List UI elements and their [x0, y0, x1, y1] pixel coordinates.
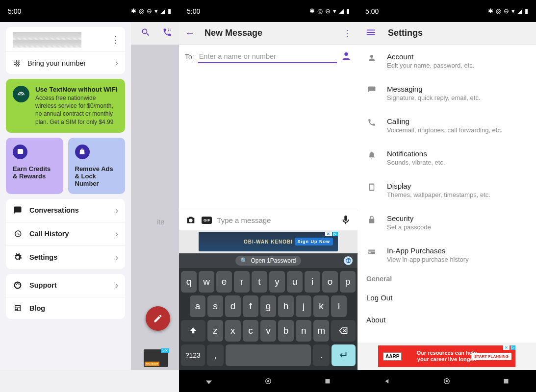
key-m[interactable]: m	[313, 320, 329, 342]
nav-bar	[357, 370, 536, 392]
gif-icon[interactable]: GIF	[202, 217, 212, 224]
clock: 5:00	[8, 7, 21, 15]
status-icons: ✱ ◎ ⊖ ▾ ◢ ▮	[309, 7, 350, 15]
earn-credits-card[interactable]: Earn Credits & Rewards	[6, 138, 63, 194]
battery-icon: ▮	[346, 7, 350, 15]
1password-icon[interactable]: ⓵	[344, 256, 353, 265]
clock: 5:00	[365, 7, 379, 15]
ad-text: OBI-WAN KENOBI	[244, 239, 293, 245]
key-w[interactable]: w	[199, 271, 214, 293]
ad-tag-icon: ▷	[510, 345, 515, 350]
key-a[interactable]: a	[190, 295, 205, 317]
key-j[interactable]: j	[296, 295, 311, 317]
profile-info-obscured	[13, 32, 81, 48]
menu-support[interactable]: Support ›	[6, 274, 125, 297]
key-q[interactable]: q	[181, 271, 197, 293]
backspace-key[interactable]	[331, 320, 356, 342]
settings-item-icon	[366, 117, 377, 127]
key-x[interactable]: x	[225, 320, 241, 342]
menu-conversations[interactable]: Conversations ›	[6, 199, 125, 222]
mic-icon[interactable]	[340, 214, 352, 226]
key-t[interactable]: t	[252, 271, 267, 293]
nav-back[interactable]	[373, 377, 402, 386]
key-e[interactable]: e	[216, 271, 232, 293]
key-l[interactable]: l	[331, 295, 347, 317]
promo-title: Use TextNow without WiFi	[35, 86, 118, 93]
settings-calling[interactable]: CallingVoicemail, ringtones, call forwar…	[357, 109, 536, 142]
key-s[interactable]: s	[207, 295, 223, 317]
row-about[interactable]: About	[357, 309, 536, 331]
key-p[interactable]: p	[340, 271, 356, 293]
key-v[interactable]: v	[260, 320, 276, 342]
key-g[interactable]: g	[260, 295, 276, 317]
nav-home[interactable]	[254, 377, 283, 386]
status-bar: 5:00 ✱ ◎ ⊖ ▾ ◢ ▮	[357, 0, 536, 22]
to-input[interactable]	[198, 50, 337, 63]
menu-icon[interactable]	[365, 27, 376, 40]
key-n[interactable]: n	[296, 320, 311, 342]
menu-blog[interactable]: Blog	[6, 297, 125, 319]
key-u[interactable]: u	[287, 271, 303, 293]
key-d[interactable]: d	[225, 295, 241, 317]
key-b[interactable]: b	[278, 320, 294, 342]
back-arrow-icon[interactable]: ←	[185, 27, 195, 39]
camera-icon[interactable]	[185, 214, 197, 226]
wifi-icon: ▾	[333, 7, 336, 15]
key-h[interactable]: h	[278, 295, 294, 317]
menu-supp-label: Support	[29, 281, 57, 289]
open-1password-chip[interactable]: 🔍 Open 1Password	[235, 256, 301, 266]
search-icon: 🔍	[240, 257, 248, 264]
bag-icon	[75, 145, 90, 159]
period-key[interactable]: .	[313, 344, 330, 366]
key-z[interactable]: z	[207, 320, 223, 342]
settings-in-app-purchases[interactable]: In-App PurchasesView in-app purchase his…	[357, 239, 536, 271]
key-r[interactable]: r	[234, 271, 250, 293]
key-y[interactable]: y	[269, 271, 285, 293]
nav-home[interactable]	[432, 377, 461, 386]
vibrate-icon: ◎	[139, 7, 144, 15]
settings-display[interactable]: DisplayThemes, wallpaper, timestamps, et…	[357, 174, 536, 206]
message-input[interactable]	[217, 216, 335, 224]
promo-card[interactable]: Use TextNow without WiFi Access free nat…	[6, 79, 125, 133]
ad-banner[interactable]: AARP Our resources can help your career …	[357, 343, 536, 370]
menu-call-history[interactable]: Call History ›	[6, 222, 125, 246]
settings-security[interactable]: SecuritySet a passcode	[357, 206, 536, 239]
key-i[interactable]: i	[305, 271, 320, 293]
ad-signup-btn[interactable]: Sign Up Now	[295, 238, 333, 245]
ad-close-icon[interactable]: ✕	[325, 232, 332, 236]
key-c[interactable]: c	[243, 320, 258, 342]
nav-recent[interactable]	[313, 377, 342, 386]
key-k[interactable]: k	[313, 295, 329, 317]
space-key[interactable]	[226, 344, 310, 366]
settings-account[interactable]: AccountEdit your name, password, etc.	[357, 45, 536, 77]
settings-notifications[interactable]: NotificationsSounds, vibrate, etc.	[357, 142, 536, 174]
screen-drawer: 5:00 ✱ ◎ ⊖ ▾ ◢ ▮ ite ▷✕ en More	[0, 0, 179, 392]
promo-desc: Access free nationwide wireless service …	[35, 94, 118, 126]
compose-header: ← New Message ⋮	[179, 22, 357, 45]
ad-close-icon[interactable]: ✕	[503, 345, 510, 350]
nav-recent[interactable]	[491, 377, 521, 386]
row-logout[interactable]: Log Out	[357, 287, 536, 309]
bring-number-row[interactable]: Bring your number ›	[6, 51, 125, 74]
more-icon[interactable]: ⋮	[111, 34, 120, 45]
key-o[interactable]: o	[322, 271, 338, 293]
settings-messaging[interactable]: MessagingSignature, quick reply, email, …	[357, 77, 536, 109]
settings-item-icon	[366, 85, 377, 95]
compose-fab[interactable]	[146, 306, 170, 331]
nav-back[interactable]	[194, 377, 224, 386]
comma-key[interactable]: ,	[207, 344, 224, 366]
dialpad-icon[interactable]	[158, 27, 176, 39]
svg-rect-10	[326, 379, 330, 383]
menu-settings[interactable]: Settings ›	[6, 246, 125, 269]
ad-cta-button[interactable]: START PLANNING	[471, 353, 511, 360]
enter-key[interactable]: ↵	[332, 344, 356, 366]
symbols-key[interactable]: ?123	[181, 344, 205, 366]
key-f[interactable]: f	[243, 295, 258, 317]
small-ad[interactable]: ▷✕ en More	[144, 349, 168, 367]
remove-ads-card[interactable]: Remove Ads & Lock Number	[68, 138, 126, 194]
search-icon[interactable]	[137, 27, 154, 39]
add-contact-icon[interactable]	[341, 50, 352, 63]
ad-banner[interactable]: OBI-WAN KENOBI Sign Up Now ✕ ▷	[179, 230, 357, 253]
overflow-icon[interactable]: ⋮	[343, 28, 352, 39]
shift-key[interactable]	[181, 320, 205, 342]
